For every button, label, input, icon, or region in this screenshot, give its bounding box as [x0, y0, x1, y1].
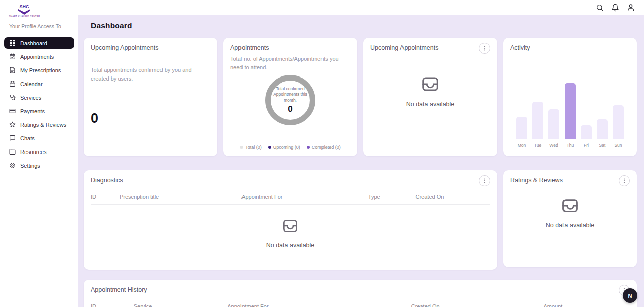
appointments-donut-card: Appointments Total no. of Appointments/A…	[223, 38, 357, 156]
diagnostics-card: Diagnostics ID Prescription title Appoin…	[84, 170, 497, 270]
sidebar-item-label: Calendar	[20, 81, 43, 87]
floating-widget-button[interactable]: N	[623, 288, 637, 303]
bar-mon: Mon	[516, 117, 527, 148]
sidebar-item-label: Ratings & Reviews	[20, 122, 66, 128]
card-title: Diagnostics	[91, 177, 123, 184]
column-header: Type	[368, 194, 416, 200]
bar-wed: Wed	[548, 109, 559, 148]
legend-item-total: Total (0)	[240, 145, 262, 150]
history-table-header: ID Service Appointment For Created On Am…	[91, 296, 630, 307]
appointments-donut-chart: Total confirmed Appointments this month.…	[265, 75, 315, 125]
credit-card-icon	[9, 108, 16, 114]
prescription-icon	[9, 67, 16, 73]
sidebar-item-my-prescriptions[interactable]: My Prescriptions	[4, 64, 74, 76]
legend-dot	[240, 146, 243, 149]
sidebar-item-label: Payments	[20, 108, 45, 114]
empty-inbox-icon	[421, 75, 439, 93]
card-description: Total no. of Appointments/Appointments y…	[230, 55, 350, 71]
bar-sat: Sat	[597, 119, 608, 148]
card-title: Appointment History	[91, 286, 147, 293]
bar-sun: Sun	[613, 105, 624, 148]
sidebar-item-label: Appointments	[20, 54, 54, 60]
shc-shield-icon: SHC	[16, 4, 33, 15]
sidebar-item-services[interactable]: Services	[4, 92, 74, 103]
sidebar-item-payments[interactable]: Payments	[4, 105, 74, 117]
sidebar-item-chats[interactable]: Chats	[4, 132, 74, 144]
column-header: ID	[91, 194, 120, 200]
upcoming-appointments-stat-card: Upcoming Appointments Total appointments…	[84, 38, 217, 156]
sidebar-item-label: Settings	[20, 163, 40, 169]
column-header: Service	[134, 303, 228, 307]
bar-tue: Tue	[532, 102, 543, 148]
topbar: SHC SMART KHALEEJ CENTER	[0, 0, 644, 15]
empty-state: No data available	[510, 197, 630, 229]
bar-thu: Thu	[565, 83, 576, 148]
column-header: Appointment For	[227, 303, 411, 307]
empty-text: No data available	[546, 222, 595, 229]
donut-center-value: 0	[288, 104, 292, 114]
card-title: Upcoming Appointments	[370, 44, 439, 51]
sidebar-heading: Your Profile Access To	[0, 18, 78, 37]
sidebar: Your Profile Access To Dashboard Appoint…	[0, 15, 78, 307]
logo-tagline: SMART KHALEEJ CENTER	[9, 16, 40, 18]
bell-icon[interactable]	[611, 3, 620, 12]
legend-item-completed: Completed (0)	[307, 145, 341, 150]
ratings-reviews-card: Ratings & Reviews No data available	[503, 170, 637, 267]
empty-state: No data available	[370, 75, 490, 108]
search-icon[interactable]	[595, 3, 604, 12]
calendar-icon	[9, 81, 16, 87]
column-header: ID	[91, 303, 134, 307]
sidebar-item-dashboard[interactable]: Dashboard	[4, 37, 74, 49]
card-title: Ratings & Reviews	[510, 177, 563, 184]
sidebar-item-label: Chats	[20, 135, 35, 141]
empty-inbox-icon	[561, 197, 579, 214]
topbar-actions	[595, 3, 635, 12]
empty-inbox-icon	[282, 218, 298, 234]
legend-dot	[268, 146, 271, 149]
stethoscope-icon	[9, 94, 16, 101]
sidebar-item-ratings-reviews[interactable]: Ratings & Reviews	[4, 119, 74, 130]
sidebar-item-resources[interactable]: Resources	[4, 146, 74, 158]
activity-card: Activity Mon Tue Wed Thu Fri Sat Sun	[503, 38, 637, 156]
kebab-menu-icon[interactable]	[479, 43, 490, 54]
sidebar-item-label: Resources	[20, 149, 47, 155]
card-description: Total appointments confirmed by you and …	[91, 66, 210, 83]
empty-text: No data available	[406, 101, 455, 108]
card-title: Upcoming Appointments	[91, 44, 210, 51]
card-title: Activity	[510, 44, 630, 51]
gear-icon	[9, 162, 16, 169]
kebab-menu-icon[interactable]	[619, 175, 630, 186]
activity-bar-chart: Mon Tue Wed Thu Fri Sat Sun	[516, 83, 624, 148]
sidebar-item-calendar[interactable]: Calendar	[4, 78, 74, 90]
svg-text:SHC: SHC	[20, 4, 30, 9]
app-logo[interactable]: SHC SMART KHALEEJ CENTER	[9, 4, 40, 18]
page-title: Dashboard	[91, 21, 637, 30]
sidebar-item-appointments[interactable]: Appointments	[4, 51, 74, 62]
column-header: Created On	[411, 303, 544, 307]
sidebar-item-label: Dashboard	[20, 40, 47, 46]
kebab-menu-icon[interactable]	[479, 175, 490, 186]
legend-dot	[307, 146, 310, 149]
column-header: Appointment For	[242, 194, 368, 200]
sidebar-item-settings[interactable]: Settings	[4, 160, 74, 171]
legend-item-upcoming: Upcoming (0)	[268, 145, 300, 150]
upcoming-appointments-count: 0	[91, 111, 210, 126]
folder-icon	[9, 148, 16, 155]
profile-icon[interactable]	[626, 3, 635, 12]
card-title: Appointments	[230, 44, 350, 51]
sidebar-item-label: Services	[20, 95, 41, 101]
sidebar-item-label: My Prescriptions	[20, 67, 61, 73]
bar-fri: Fri	[581, 125, 592, 148]
donut-center-label: Total confirmed Appointments this month.	[272, 86, 308, 103]
empty-text: No data available	[266, 242, 315, 249]
column-header: Created On	[415, 194, 490, 200]
donut-legend: Total (0) Upcoming (0) Completed (0)	[223, 145, 357, 150]
grid-icon	[9, 40, 16, 46]
appointment-history-card: Appointment History ID Service Appointme…	[84, 280, 637, 307]
empty-state: No data available	[91, 218, 490, 249]
calendar-check-icon	[9, 53, 16, 60]
diagnostics-table-header: ID Prescription title Appointment For Ty…	[91, 186, 490, 205]
chat-icon	[9, 135, 16, 141]
star-icon	[9, 121, 16, 128]
column-header: Amount	[543, 303, 630, 307]
